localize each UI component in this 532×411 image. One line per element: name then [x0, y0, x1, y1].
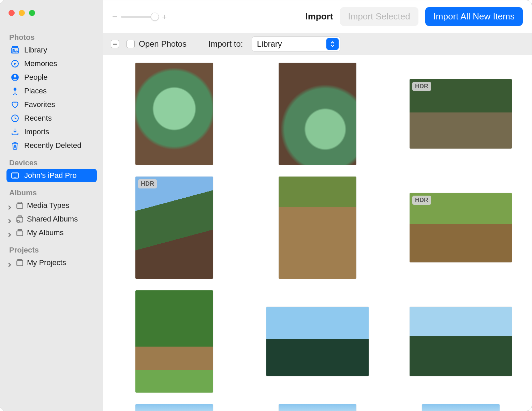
- people-icon: [11, 73, 19, 82]
- sidebar-item-my-albums[interactable]: My Albums: [6, 226, 97, 240]
- photo-image: HDR: [410, 79, 512, 149]
- svg-point-15: [17, 220, 19, 223]
- photo-thumbnail[interactable]: HDR: [410, 177, 512, 279]
- open-photos-label: Open Photos: [139, 39, 187, 49]
- chevron-right-icon[interactable]: [7, 230, 12, 235]
- toolbar: − + Import Import Selected Import All Ne…: [103, 0, 532, 33]
- select-stepper-icon: [326, 38, 339, 50]
- sidebar-item-label: Library: [24, 46, 47, 55]
- main-content: − + Import Import Selected Import All Ne…: [103, 0, 532, 411]
- import-all-button[interactable]: Import All New Items: [425, 7, 523, 26]
- sidebar-item-label: Places: [24, 87, 47, 95]
- view-title: Import: [306, 11, 333, 22]
- zoom-thumb[interactable]: [151, 13, 159, 21]
- svg-rect-16: [17, 231, 23, 236]
- project-icon: [15, 258, 24, 267]
- minimize-window-button[interactable]: [19, 10, 25, 16]
- svg-rect-11: [17, 204, 23, 209]
- photo-image: [135, 404, 213, 411]
- sidebar-item-shared-albums[interactable]: Shared Albums: [6, 212, 97, 226]
- import-selected-button[interactable]: Import Selected: [340, 7, 418, 26]
- photo-image: [279, 177, 356, 279]
- zoom-window-button[interactable]: [29, 10, 35, 16]
- sidebar-item-label: John’s iPad Pro: [24, 171, 77, 180]
- import-to-label: Import to:: [208, 39, 243, 49]
- photo-image: [279, 63, 356, 165]
- sidebar-item-label: Imports: [24, 127, 49, 136]
- places-icon: [11, 87, 19, 95]
- sidebar-item-label: Memories: [24, 59, 57, 68]
- sidebar-item-memories[interactable]: Memories: [6, 57, 97, 71]
- chevron-right-icon[interactable]: [7, 217, 12, 222]
- svg-point-6: [14, 75, 16, 78]
- photo-thumbnail[interactable]: [123, 404, 225, 411]
- photo-image: [422, 404, 500, 411]
- zoom-out-icon[interactable]: −: [112, 12, 117, 21]
- svg-rect-1: [12, 46, 17, 47]
- sidebar-item-people[interactable]: People: [6, 71, 97, 84]
- hdr-badge: HDR: [412, 82, 431, 91]
- sidebar-item-label: My Projects: [27, 258, 66, 267]
- photo-image: HDR: [135, 177, 213, 279]
- ipad-icon: [11, 171, 19, 180]
- sidebar-item-label: Favorites: [24, 100, 55, 109]
- import-destination-select[interactable]: Library: [252, 36, 340, 51]
- svg-rect-17: [18, 229, 22, 230]
- photo-thumbnail[interactable]: [266, 290, 369, 393]
- window-controls: [9, 10, 97, 16]
- zoom-in-icon[interactable]: +: [162, 12, 167, 21]
- sidebar-item-label: Media Types: [27, 201, 69, 210]
- sidebar-item-label: People: [24, 73, 48, 82]
- library-icon: [11, 46, 19, 55]
- sidebar-item-label: Shared Albums: [27, 215, 78, 224]
- close-window-button[interactable]: [9, 10, 15, 16]
- import-destination-value: Library: [257, 39, 282, 49]
- sidebar-item-library[interactable]: Library: [6, 43, 97, 57]
- chevron-right-icon[interactable]: [7, 203, 12, 208]
- shared-album-icon: [15, 215, 24, 224]
- sidebar-item-label: Recently Deleted: [24, 141, 82, 150]
- import-options-bar: Open Photos Import to: Library: [103, 33, 532, 55]
- memories-icon: [11, 59, 19, 68]
- album-icon: [15, 201, 24, 210]
- sidebar-item-device[interactable]: John’s iPad Pro: [6, 169, 97, 182]
- photo-image: [279, 404, 356, 411]
- photo-thumbnail[interactable]: [123, 63, 225, 165]
- sidebar: Photos Library Memories People Places: [0, 0, 103, 411]
- sidebar-item-favorites[interactable]: Favorites: [6, 98, 97, 111]
- sidebar-item-label: My Albums: [27, 228, 64, 237]
- album-icon: [15, 228, 24, 237]
- photo-image: [135, 290, 213, 393]
- zoom-slider[interactable]: − +: [112, 12, 167, 21]
- import-icon: [11, 127, 19, 136]
- section-header-projects: Projects: [9, 246, 94, 255]
- svg-point-7: [14, 88, 17, 91]
- select-all-checkbox[interactable]: [111, 40, 119, 48]
- open-photos-checkbox[interactable]: [127, 40, 135, 48]
- sidebar-item-media-types[interactable]: Media Types: [6, 199, 97, 212]
- chevron-right-icon[interactable]: [7, 260, 12, 265]
- photo-thumbnail[interactable]: [123, 290, 225, 393]
- svg-point-10: [15, 177, 15, 178]
- hdr-badge: HDR: [412, 196, 431, 205]
- section-header-devices: Devices: [9, 158, 94, 167]
- photo-thumbnail[interactable]: HDR: [410, 63, 512, 165]
- sidebar-item-places[interactable]: Places: [6, 84, 97, 98]
- photo-thumbnail[interactable]: [410, 404, 512, 411]
- svg-rect-14: [18, 216, 22, 217]
- thumbnail-grid[interactable]: HDRHDRHDR: [103, 55, 532, 411]
- photo-thumbnail[interactable]: [266, 177, 369, 279]
- photo-image: HDR: [410, 193, 512, 262]
- photo-image: [410, 307, 512, 376]
- sidebar-item-recents[interactable]: Recents: [6, 111, 97, 125]
- clock-icon: [11, 114, 19, 123]
- trash-icon: [11, 141, 19, 150]
- section-header-albums: Albums: [9, 188, 94, 197]
- photo-thumbnail[interactable]: [410, 290, 512, 393]
- sidebar-item-my-projects[interactable]: My Projects: [6, 256, 97, 270]
- sidebar-item-recently-deleted[interactable]: Recently Deleted: [6, 139, 97, 152]
- sidebar-item-imports[interactable]: Imports: [6, 125, 97, 139]
- photo-thumbnail[interactable]: HDR: [123, 177, 225, 279]
- photo-thumbnail[interactable]: [266, 63, 369, 165]
- photo-thumbnail[interactable]: [266, 404, 369, 411]
